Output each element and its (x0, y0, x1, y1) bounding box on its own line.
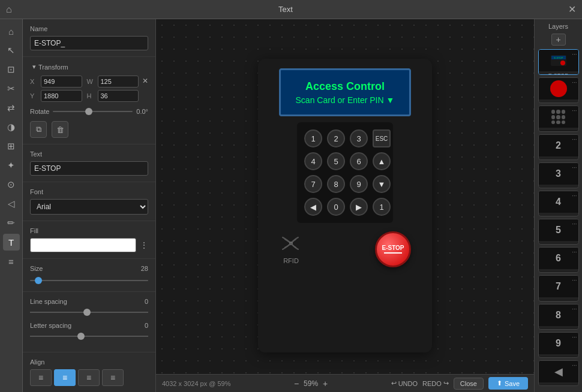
key-0[interactable]: 0 (327, 198, 345, 216)
close-canvas-btn[interactable]: Close (454, 378, 484, 390)
tool-back[interactable]: ◁ (3, 195, 20, 212)
window-title: Text (12, 5, 559, 14)
text-section: Text (23, 144, 155, 182)
align-justify-btn[interactable]: ≡ (102, 369, 124, 386)
key-4[interactable]: 4 (304, 152, 322, 170)
letter-spacing-slider[interactable] (30, 331, 148, 341)
tool-transform[interactable]: ⇄ (3, 99, 20, 116)
tool-grid[interactable]: ⊞ (3, 138, 20, 155)
layer-estop-dots[interactable]: ··· (572, 51, 577, 58)
transform-section: ▾ Transform X W Y (23, 57, 155, 144)
layers-panel: Layers + E-STOP E-STOP ··· ··· (534, 19, 582, 392)
redo-btn[interactable]: REDO ↪ (422, 379, 449, 387)
key-enter[interactable]: 1 (373, 198, 391, 216)
tool-magic[interactable]: ✦ (3, 157, 20, 174)
tool-select[interactable]: ↖ (3, 42, 20, 59)
home-icon[interactable]: ⌂ (6, 4, 12, 15)
tool-text[interactable]: T (3, 234, 20, 251)
align-left-btn[interactable]: ≡ (30, 369, 52, 386)
size-label: Size (30, 265, 43, 272)
key-8[interactable]: 8 (327, 175, 345, 193)
fill-color-box[interactable] (30, 238, 136, 252)
tool-home[interactable]: ⌂ (3, 23, 20, 40)
main-layout: ⌂ ↖ ⊡ ✂ ⇄ ◑ ⊞ ✦ ⊙ ◁ ✏ T ≡ Name ▾ Transfo… (0, 19, 582, 392)
align-label: Align (30, 358, 148, 366)
zoom-minus-btn[interactable]: − (294, 379, 299, 388)
key-up[interactable]: ▲ (373, 152, 391, 170)
rotate-label: Rotate (30, 108, 49, 115)
name-input[interactable] (30, 36, 148, 50)
align-right-btn[interactable]: ≡ (78, 369, 100, 386)
line-spacing-slider[interactable] (30, 307, 148, 317)
y-input[interactable] (41, 90, 82, 102)
tool-draw[interactable]: ✏ (3, 215, 20, 231)
tool-cut[interactable]: ✂ (3, 80, 20, 97)
key-6[interactable]: 6 (350, 152, 368, 170)
tool-blend[interactable]: ◑ (3, 119, 20, 135)
letter-spacing-value: 0 (145, 322, 148, 329)
rotate-slider[interactable] (53, 107, 133, 116)
key-3[interactable]: 3 (350, 129, 368, 147)
tool-crop[interactable]: ⊡ (3, 61, 20, 78)
h-label: H (87, 92, 95, 99)
layer-8[interactable]: 8 ··· (538, 304, 579, 330)
w-input[interactable] (98, 76, 139, 88)
key-1[interactable]: 1 (304, 129, 322, 147)
close-icon[interactable]: ✕ (559, 4, 576, 15)
layer-6[interactable]: 6 ··· (538, 247, 579, 273)
lcd-line2: Scan Card or Enter PIN ▼ (296, 95, 395, 105)
layer-7[interactable]: 7 ··· (538, 275, 579, 301)
undo-btn[interactable]: ↩ UNDO (391, 379, 418, 387)
key-9[interactable]: 9 (350, 175, 368, 193)
font-select[interactable]: Arial (30, 199, 148, 215)
line-spacing-value: 0 (145, 298, 148, 305)
text-input[interactable] (30, 161, 148, 176)
layer-2[interactable]: 2 ··· (538, 134, 579, 160)
align-section: Align ≡ ≡ ≡ ≡ (23, 352, 155, 392)
layer-dots-label (539, 128, 578, 130)
line-spacing-section: Line spacing 0 Letter spacing 0 (23, 292, 155, 352)
estop-text: E-STOP (382, 245, 404, 251)
keypad: 1 2 3 ESC 4 5 6 ▲ 7 8 9 ▼ ◀ 0 ▶ 1 (297, 122, 393, 223)
layer-circle[interactable]: ··· (538, 77, 579, 103)
svg-text:E-STOP: E-STOP (554, 56, 563, 59)
tool-lines[interactable]: ≡ (3, 253, 20, 270)
layer-play[interactable]: ◀ ··· (538, 360, 579, 386)
zoom-plus-btn[interactable]: + (323, 379, 328, 388)
copy-icon[interactable]: ⧉ (30, 121, 47, 138)
transform-toggle[interactable]: ▾ Transform (30, 63, 148, 71)
layer-3[interactable]: 3 ··· (538, 162, 579, 188)
transform-close-btn[interactable]: ✕ (142, 77, 148, 85)
key-2[interactable]: 2 (327, 129, 345, 147)
fill-section: Fill ⋮ (23, 221, 155, 259)
font-section: Font Arial (23, 182, 155, 221)
estop-line (384, 252, 402, 254)
h-input[interactable] (98, 90, 139, 102)
layer-dots[interactable]: ··· (538, 105, 579, 131)
fill-row: ⋮ (30, 238, 148, 252)
align-center-btn[interactable]: ≡ (54, 369, 76, 386)
layer-dots-more[interactable]: ··· (572, 107, 577, 114)
save-btn[interactable]: ⬆ Save (488, 377, 528, 390)
layer-circle-thumb (550, 80, 567, 97)
key-left[interactable]: ◀ (304, 198, 322, 216)
x-input[interactable] (41, 76, 82, 88)
fill-label: Fill (30, 227, 148, 234)
tool-radial[interactable]: ⊙ (3, 176, 20, 193)
estop-button[interactable]: E-STOP (375, 231, 411, 267)
layer-4[interactable]: 4 ··· (538, 191, 579, 216)
fill-more-icon[interactable]: ⋮ (140, 240, 148, 250)
key-down[interactable]: ▼ (373, 175, 391, 193)
key-right[interactable]: ▶ (350, 198, 368, 216)
size-slider[interactable] (30, 276, 148, 285)
layer-estop[interactable]: E-STOP E-STOP ··· (538, 49, 579, 75)
layer-circle-dots[interactable]: ··· (572, 79, 577, 86)
delete-icon[interactable]: 🗑 (52, 121, 68, 138)
add-layer-btn[interactable]: + (551, 34, 566, 46)
key-esc[interactable]: ESC (373, 129, 391, 147)
key-7[interactable]: 7 (304, 175, 322, 193)
layers-title: Layers (548, 23, 568, 30)
layer-9[interactable]: 9 ··· (538, 332, 579, 358)
layer-5[interactable]: 5 ··· (538, 219, 579, 245)
key-5[interactable]: 5 (327, 152, 345, 170)
